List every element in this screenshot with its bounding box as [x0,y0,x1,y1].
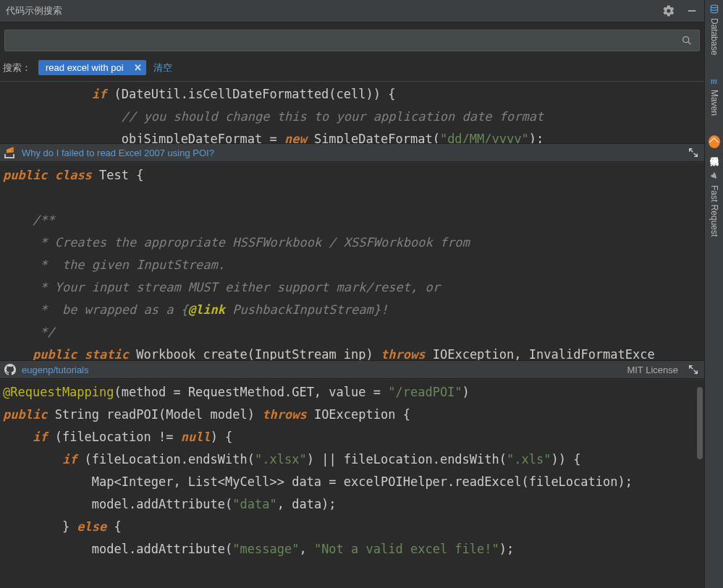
sidebar-item-label: Fast Request [709,185,719,237]
filter-label: 搜索： [3,61,31,74]
search-icon[interactable] [680,34,693,47]
sidebar-item-maven[interactable]: m Maven [709,75,720,116]
stackoverflow-icon [4,147,16,158]
github-repo-link[interactable]: eugenp/tutorials [22,365,89,375]
svg-point-1 [683,37,689,43]
close-icon[interactable]: ✕ [134,62,142,73]
svg-point-3 [711,5,717,7]
result-header-stackoverflow: Why do I failed to read Excel 2007 using… [0,143,704,162]
code-snippet-github[interactable]: @RequestMapping(method = RequestMethod.G… [0,379,704,588]
sidebar-item-code-search[interactable]: 代码示例搜索 [708,136,720,150]
expand-icon[interactable] [687,146,700,159]
maven-icon: m [709,75,720,87]
license-label: MIT License [627,365,678,375]
tool-sidebar: Database m Maven 代码示例搜索 Fast Request [704,0,723,588]
code-snippet-top[interactable]: if (DateUtil.isCellDateFormatted(cell)) … [0,81,704,143]
sidebar-item-database[interactable]: Database [709,4,720,55]
clear-link[interactable]: 清空 [153,61,172,74]
scrollbar[interactable] [697,387,703,459]
minimize-icon[interactable] [685,4,698,17]
sidebar-item-fast-request[interactable]: Fast Request [709,171,720,237]
gear-icon[interactable] [662,4,675,17]
titlebar: 代码示例搜索 [0,0,704,22]
result-header-github: eugenp/tutorials MIT License [0,360,704,379]
panel-title: 代码示例搜索 [6,4,62,17]
search-input[interactable] [11,35,680,46]
expand-icon[interactable] [687,363,700,376]
filter-row: 搜索： read excel with poi ✕ 清空 [0,56,704,81]
rocket-icon [709,171,720,182]
filter-chip-text: read excel with poi [46,62,124,73]
sidebar-item-label: Maven [709,90,719,116]
stackoverflow-title-link[interactable]: Why do I failed to read Excel 2007 using… [22,148,214,158]
code-search-icon [709,136,720,148]
searchbar[interactable] [4,30,700,51]
searchbar-wrap [0,22,704,56]
titlebar-actions [662,4,698,17]
filter-chip[interactable]: read excel with poi ✕ [38,60,146,75]
code-snippet-stackoverflow[interactable]: public class Test { /** * Creates the ap… [0,162,704,360]
database-icon [709,4,720,15]
sidebar-item-label: Database [709,18,719,55]
svg-line-2 [688,42,691,45]
github-icon [4,364,16,375]
